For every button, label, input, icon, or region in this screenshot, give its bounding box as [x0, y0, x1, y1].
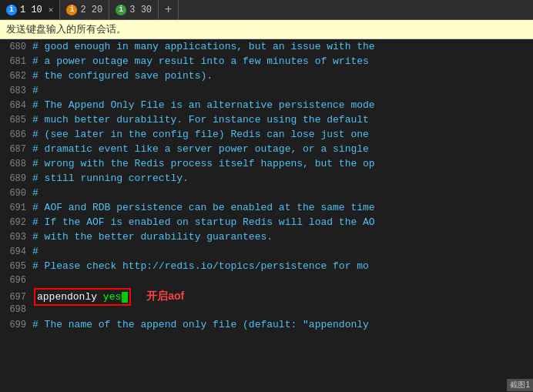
line-content: # AOF and RDB persistence can be enabled… — [32, 200, 375, 215]
tab-2[interactable]: i 2 20 — [60, 0, 109, 19]
tab-2-label: 2 20 — [80, 5, 102, 15]
warning-text: 发送键盘输入的所有会话。 — [6, 23, 126, 35]
tab-3[interactable]: i 3 30 — [109, 0, 159, 19]
line-number: 689 — [0, 172, 32, 186]
line-content: # The Append Only File is an alternative… — [32, 98, 375, 112]
table-row: 699# The name of the append only file (d… — [0, 317, 533, 332]
table-row: 683# — [0, 83, 533, 98]
code-area: 680# good enough in many applications, b… — [0, 39, 533, 391]
line-number: 696 — [0, 273, 32, 288]
lines-container: 680# good enough in many applications, b… — [0, 39, 533, 332]
table-row: 691# AOF and RDB persistence can be enab… — [0, 200, 533, 215]
table-row: 689# still running correctly. — [0, 171, 533, 186]
warning-bar: 发送键盘输入的所有会话。 — [0, 20, 533, 39]
table-row: 686# (see later in the config file) Redi… — [0, 127, 533, 142]
table-row: 684# The Append Only File is an alternat… — [0, 98, 533, 112]
table-row: 682# the configured save points). — [0, 69, 533, 83]
line-number: 688 — [0, 157, 32, 172]
table-row: 694# — [0, 244, 533, 259]
table-row: 685# much better durability. For instanc… — [0, 112, 533, 127]
line-content: # with the better durability guarantees. — [32, 230, 273, 244]
line-content: # (see later in the config file) Redis c… — [32, 127, 369, 142]
table-row: 696 — [0, 273, 533, 288]
table-row: 693# with the better durability guarante… — [0, 230, 533, 244]
line-number: 681 — [0, 55, 32, 69]
line-content: # wrong with the Redis process itself ha… — [32, 156, 375, 171]
highlighted-line-content: appendonly yes — [34, 288, 131, 306]
line-content: # — [32, 244, 39, 259]
line-number: 685 — [0, 113, 32, 128]
line-number: 699 — [0, 318, 32, 333]
table-row: 690# — [0, 186, 533, 200]
tab-1-label: 1 10 — [20, 5, 42, 15]
line-number: 695 — [0, 260, 32, 274]
tab-3-label: 3 30 — [129, 5, 152, 15]
line-content: # — [32, 83, 39, 98]
line-content: # the configured save points). — [32, 69, 213, 83]
line-content: # dramatic event like a server power out… — [32, 142, 369, 156]
annotation-text: 开启aof — [146, 289, 184, 303]
line-content: # a power outage may result into a few m… — [32, 54, 369, 69]
tab-add-button[interactable]: + — [159, 0, 179, 19]
tab-1[interactable]: i 1 10 ✕ — [0, 0, 60, 19]
line-content: # much better durability. For instance u… — [32, 112, 369, 127]
line-number: 687 — [0, 142, 32, 157]
line-number: 694 — [0, 245, 32, 260]
table-row: 688# wrong with the Redis process itself… — [0, 156, 533, 171]
table-row: 692# If the AOF is enabled on startup Re… — [0, 215, 533, 230]
bottom-hint: 截图1 — [507, 379, 533, 391]
line-content: # The name of the append only file (defa… — [32, 317, 369, 332]
line-number: 684 — [0, 99, 32, 113]
line-number: 691 — [0, 201, 32, 216]
table-row: 697appendonly yes开启aof — [0, 288, 533, 303]
tab-1-close[interactable]: ✕ — [49, 5, 54, 15]
line-number: 690 — [0, 186, 32, 201]
tab-3-icon: i — [116, 5, 126, 15]
line-number: 680 — [0, 40, 32, 55]
line-number: 693 — [0, 230, 32, 245]
line-number: 682 — [0, 69, 32, 84]
cursor — [122, 292, 128, 303]
line-content: # — [32, 186, 39, 200]
line-number: 686 — [0, 128, 32, 142]
line-number: 683 — [0, 84, 32, 99]
table-row: 695# Please check http://redis.io/topics… — [0, 259, 533, 273]
line-number: 692 — [0, 216, 32, 230]
tab-2-icon: i — [66, 5, 77, 15]
line-number: 698 — [0, 303, 32, 317]
line-content: # still running correctly. — [32, 171, 189, 186]
tab-1-icon: i — [6, 5, 17, 15]
tab-bar: i 1 10 ✕ i 2 20 i 3 30 + — [0, 0, 533, 20]
table-row: 681# a power outage may result into a fe… — [0, 54, 533, 69]
line-content: # Please check http://redis.io/topics/pe… — [32, 259, 369, 273]
table-row: 680# good enough in many applications, b… — [0, 39, 533, 54]
table-row: 687# dramatic event like a server power … — [0, 142, 533, 156]
line-content: # If the AOF is enabled on startup Redis… — [32, 215, 375, 230]
line-content: # good enough in many applications, but … — [32, 39, 375, 54]
